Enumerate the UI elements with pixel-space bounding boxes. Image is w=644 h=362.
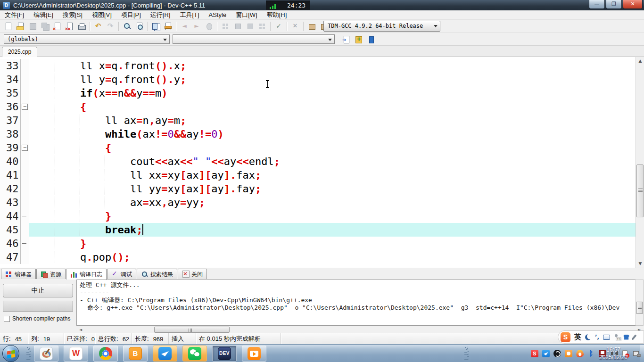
- code-line[interactable]: 37 ll ax=n,ay=m;: [0, 114, 636, 127]
- code-text[interactable]: {: [29, 100, 636, 114]
- bottom-tab-resources[interactable]: 资源: [36, 269, 66, 279]
- taskbar-dev-button[interactable]: DEV: [212, 346, 237, 362]
- code-line[interactable]: 33 ll x=q.front().x;: [0, 59, 636, 73]
- code-text[interactable]: ll x=q.front().x;: [29, 59, 636, 73]
- editor-vertical-scrollbar[interactable]: ▲ ▼: [636, 57, 644, 268]
- bottom-tab-debug[interactable]: 调试: [107, 269, 136, 279]
- syntax-check-button[interactable]: [272, 21, 285, 32]
- menu-item[interactable]: 帮助[H]: [262, 10, 292, 20]
- print-button[interactable]: [75, 21, 88, 32]
- log-horizontal-scrollbar[interactable]: ◄ ►: [76, 326, 644, 333]
- code-line[interactable]: 45 break;: [0, 223, 636, 237]
- net-tray-icon[interactable]: [633, 350, 640, 357]
- close-button[interactable]: ✕: [623, 0, 643, 9]
- checkbox[interactable]: [4, 316, 10, 322]
- code-line[interactable]: 36− {: [0, 100, 636, 114]
- fold-collapse-icon[interactable]: −: [22, 104, 28, 110]
- menu-item[interactable]: 项目[P]: [116, 10, 146, 20]
- code-text[interactable]: ll xx=xy[ax][ay].fax;: [29, 168, 636, 182]
- taskbar-ding-button[interactable]: [153, 346, 177, 362]
- menu-item[interactable]: 文件[F]: [0, 10, 29, 20]
- code-text[interactable]: ax=xx,ay=yy;: [29, 196, 636, 209]
- open-file-button[interactable]: [14, 21, 26, 32]
- code-line[interactable]: 34 ll y=q.front().y;: [0, 73, 636, 86]
- scroll-down-arrow[interactable]: ▼: [636, 260, 644, 268]
- code-text[interactable]: q.pop();: [29, 250, 636, 264]
- skin-icon[interactable]: [623, 335, 629, 340]
- close-file-button[interactable]: [51, 21, 63, 32]
- scrollbar-thumb[interactable]: [636, 302, 643, 314]
- ime-language-mode[interactable]: 英: [574, 333, 581, 342]
- code-text[interactable]: ll ax=n,ay=m;: [29, 114, 636, 127]
- rec-tray-icon[interactable]: [553, 350, 561, 357]
- menu-item[interactable]: 搜索[S]: [58, 10, 87, 20]
- show-desktop-button[interactable]: [640, 345, 644, 362]
- new-file-button[interactable]: [2, 21, 14, 32]
- replace-button[interactable]: [149, 21, 162, 32]
- code-text[interactable]: while(ax!=0&&ay!=0): [29, 127, 636, 141]
- taskbar-tv-button[interactable]: [242, 346, 266, 362]
- tab-2025-cpp[interactable]: 2025.cpp: [2, 47, 37, 57]
- bottom-tab-close[interactable]: 关闭: [178, 269, 207, 279]
- ime-settings-icon[interactable]: [631, 334, 636, 340]
- menu-item[interactable]: 工具[T]: [175, 10, 204, 20]
- fold-collapse-icon[interactable]: −: [22, 145, 28, 151]
- compiler-select[interactable]: TDM-GCC 4.9.2 64-bit Release: [323, 21, 440, 32]
- clean-button[interactable]: [289, 21, 301, 32]
- cam-tray-icon[interactable]: [565, 350, 572, 357]
- moon-icon[interactable]: [585, 334, 591, 340]
- taskbar-wechat-button[interactable]: [182, 346, 207, 362]
- code-line[interactable]: 46 }: [0, 237, 636, 250]
- globals-select[interactable]: (globals): [4, 34, 170, 44]
- taskbar-chrome-button[interactable]: [93, 346, 118, 362]
- code-line[interactable]: 41 ll xx=xy[ax][ay].fax;: [0, 168, 636, 182]
- goto-declaration-button[interactable]: [340, 34, 351, 44]
- menu-item[interactable]: 视图[V]: [87, 10, 116, 20]
- compile-log-output[interactable]: 处理 C++ 源文件...--------- C++ 编译器: C:\Progr…: [76, 280, 636, 326]
- new-class-button[interactable]: [353, 34, 363, 44]
- menu-item[interactable]: 窗口[W]: [231, 10, 262, 20]
- punctuation-icon[interactable]: ’,: [595, 334, 599, 340]
- ding-tray-icon[interactable]: [542, 350, 550, 357]
- find-button[interactable]: [121, 21, 133, 32]
- code-text[interactable]: cout<<ax<<" "<<ay<<endl;: [29, 155, 636, 168]
- scrollbar-thumb[interactable]: [636, 165, 644, 217]
- undo-button[interactable]: [92, 21, 104, 32]
- shorten-paths-option[interactable]: Shorten compiler paths: [4, 315, 70, 322]
- code-text[interactable]: }: [29, 237, 636, 250]
- ime-toolbar[interactable]: S 英 ’,: [558, 330, 644, 344]
- code-editor[interactable]: 33 ll x=q.front().x;34 ll y=q.front().y;…: [0, 57, 636, 268]
- scroll-up-arrow[interactable]: ▲: [636, 57, 644, 65]
- code-line[interactable]: 43 ax=xx,ay=yy;: [0, 196, 636, 209]
- code-line[interactable]: 47 q.pop();: [0, 250, 636, 264]
- close-all-button[interactable]: [63, 21, 75, 32]
- goto-line-button[interactable]: [162, 21, 174, 32]
- taskbar-clock[interactable]: 16:57 2025/12/20: [593, 346, 634, 361]
- menu-item[interactable]: 运行[R]: [146, 10, 175, 20]
- bottom-tab-log[interactable]: 编译日志: [66, 269, 107, 280]
- abort-button[interactable]: 中止: [3, 284, 73, 297]
- code-text[interactable]: ll yy=xy[ax][ay].fay;: [29, 182, 636, 196]
- code-text[interactable]: {: [29, 141, 636, 155]
- titlebar[interactable]: D C:\Users\Administrator\Desktop\2025.cp…: [0, 0, 644, 10]
- sogou-tray-icon[interactable]: S: [531, 350, 538, 357]
- code-text[interactable]: ll y=q.front().y;: [29, 73, 636, 86]
- menu-item[interactable]: 编辑[E]: [29, 10, 58, 20]
- sogou-logo-icon[interactable]: S: [561, 332, 570, 342]
- soft-keyboard-icon[interactable]: [603, 335, 610, 340]
- code-line[interactable]: 35 if(x==n&&y==m): [0, 86, 636, 100]
- minimize-button[interactable]: —: [589, 0, 605, 9]
- taskbar-wps-button[interactable]: W: [64, 346, 88, 362]
- menu-item[interactable]: AStyle: [204, 11, 231, 19]
- bottom-tab-compiler[interactable]: 编译器: [1, 269, 36, 279]
- code-line[interactable]: 40 cout<<ax<<" "<<ay<<endl;: [0, 155, 636, 168]
- taskbar-paint-button[interactable]: [34, 346, 58, 362]
- code-text[interactable]: if(x==n&&y==m): [29, 86, 636, 100]
- code-line[interactable]: 38 while(ax!=0&&ay!=0): [0, 127, 636, 141]
- log-vertical-scrollbar[interactable]: [636, 280, 644, 326]
- code-text[interactable]: }: [29, 209, 636, 223]
- code-line[interactable]: 42 ll yy=xy[ax][ay].fay;: [0, 182, 636, 196]
- find-in-files-button[interactable]: [133, 21, 145, 32]
- code-text[interactable]: break;: [29, 223, 636, 237]
- code-line[interactable]: 39− {: [0, 141, 636, 155]
